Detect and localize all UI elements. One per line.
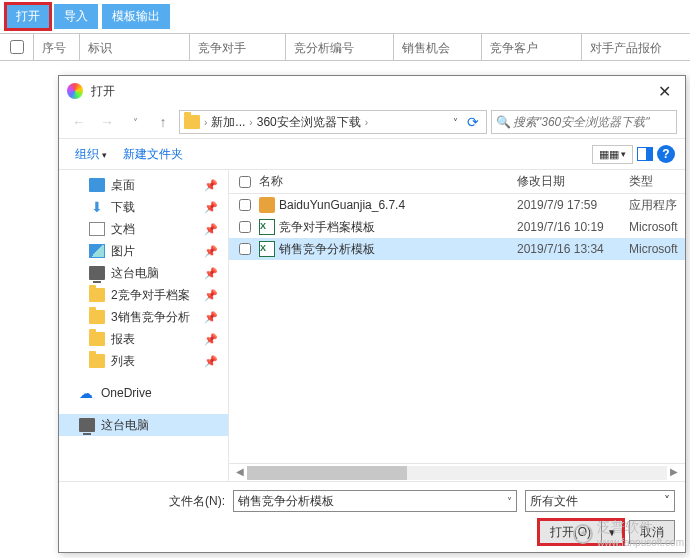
template-output-button[interactable]: 模板输出 <box>102 4 170 29</box>
file-name: 销售竞争分析模板 <box>279 241 375 258</box>
watermark-url: www.fanpusoft.com <box>597 537 684 548</box>
up-icon[interactable]: ↑ <box>151 110 175 134</box>
view-menu[interactable]: ▦▦▾ <box>592 145 633 164</box>
chevron-down-icon[interactable]: ˅ <box>664 494 670 508</box>
scroll-left-icon[interactable]: ◀ <box>233 466 247 480</box>
select-all-checkbox[interactable] <box>10 40 24 54</box>
folder-icon <box>89 310 105 324</box>
sidebar-item-desktop[interactable]: 桌面📌 <box>59 174 228 196</box>
sidebar-item-documents[interactable]: 文档📌 <box>59 218 228 240</box>
sidebar-item-thispc[interactable]: 这台电脑📌 <box>59 262 228 284</box>
sidebar-item-label: 3销售竞争分析 <box>111 309 190 326</box>
horizontal-scrollbar[interactable]: ◀ ▶ <box>229 463 685 481</box>
file-row[interactable]: 竞争对手档案模板 2019/7/16 10:19 Microsoft <box>229 216 685 238</box>
recent-dropdown-icon[interactable]: ˅ <box>123 110 147 134</box>
dialog-title: 打开 <box>91 83 652 100</box>
file-type: Microsoft <box>629 220 685 234</box>
search-box[interactable]: 🔍 <box>491 110 677 134</box>
pin-icon: 📌 <box>204 289 218 302</box>
file-checkbox[interactable] <box>239 199 251 211</box>
select-all-files-checkbox[interactable] <box>239 176 251 188</box>
cloud-icon: ☁ <box>79 386 95 400</box>
sidebar-item-label: OneDrive <box>101 386 152 400</box>
file-date: 2019/7/16 13:34 <box>517 242 629 256</box>
crumb-2[interactable]: 360安全浏览器下载 <box>257 114 361 131</box>
chevron-down-icon[interactable]: ˅ <box>507 496 512 507</box>
sidebar-item-label: 图片 <box>111 243 135 260</box>
col-opportunity: 销售机会 <box>394 34 482 60</box>
col-name[interactable]: 名称 <box>259 173 517 190</box>
sidebar-item-label: 列表 <box>111 353 135 370</box>
sidebar-item-folder[interactable]: 3销售竞争分析📌 <box>59 306 228 328</box>
sidebar-item-label: 下载 <box>111 199 135 216</box>
col-index: 序号 <box>34 34 80 60</box>
import-button[interactable]: 导入 <box>54 4 98 29</box>
watermark-brand: 泛普软件 <box>597 519 653 535</box>
sidebar: 桌面📌 ⬇下载📌 文档📌 图片📌 这台电脑📌 2竞争对手档案📌 3销售竞争分析📌… <box>59 170 229 481</box>
excel-icon <box>259 241 275 257</box>
exe-icon <box>259 197 275 213</box>
pc-icon <box>89 266 105 280</box>
sidebar-item-thispc[interactable]: 这台电脑 <box>59 414 228 436</box>
help-icon[interactable]: ? <box>657 145 675 163</box>
col-date[interactable]: 修改日期 <box>517 173 629 190</box>
file-type: Microsoft <box>629 242 685 256</box>
sidebar-item-folder[interactable]: 列表📌 <box>59 350 228 372</box>
back-icon[interactable]: ← <box>67 110 91 134</box>
organize-menu[interactable]: 组织 <box>69 144 113 165</box>
refresh-icon[interactable]: ⟳ <box>464 110 482 134</box>
folder-icon <box>89 288 105 302</box>
file-checkbox[interactable] <box>239 221 251 233</box>
pc-icon <box>79 418 95 432</box>
file-list-header: 名称 修改日期 类型 <box>229 170 685 194</box>
pin-icon: 📌 <box>204 245 218 258</box>
watermark-logo-icon: ✦ <box>573 524 593 544</box>
sidebar-item-onedrive[interactable]: ☁OneDrive <box>59 382 228 404</box>
excel-icon <box>259 219 275 235</box>
forward-icon[interactable]: → <box>95 110 119 134</box>
file-row[interactable]: BaiduYunGuanjia_6.7.4 2019/7/9 17:59 应用程… <box>229 194 685 216</box>
file-name: 竞争对手档案模板 <box>279 219 375 236</box>
titlebar: 打开 ✕ <box>59 76 685 106</box>
file-row[interactable]: 销售竞争分析模板 2019/7/16 13:34 Microsoft <box>229 238 685 260</box>
download-icon: ⬇ <box>89 200 105 214</box>
filename-input[interactable]: 销售竞争分析模板˅ <box>233 490 517 512</box>
folder-icon <box>89 332 105 346</box>
sidebar-item-folder[interactable]: 报表📌 <box>59 328 228 350</box>
folder-icon <box>89 354 105 368</box>
sidebar-item-downloads[interactable]: ⬇下载📌 <box>59 196 228 218</box>
search-icon: 🔍 <box>496 115 511 129</box>
sidebar-item-label: 报表 <box>111 331 135 348</box>
document-icon <box>89 222 105 236</box>
scroll-thumb[interactable] <box>247 466 407 480</box>
sidebar-item-pictures[interactable]: 图片📌 <box>59 240 228 262</box>
sidebar-item-folder[interactable]: 2竞争对手档案📌 <box>59 284 228 306</box>
chevron-right-icon: › <box>249 117 252 128</box>
breadcrumb[interactable]: › 新加... › 360安全浏览器下载 › ˅ ⟳ <box>179 110 487 134</box>
new-folder-button[interactable]: 新建文件夹 <box>117 144 189 165</box>
chevron-right-icon: › <box>365 117 368 128</box>
pin-icon: 📌 <box>204 333 218 346</box>
path-dropdown-icon[interactable]: ˅ <box>451 117 460 128</box>
pin-icon: 📌 <box>204 355 218 368</box>
file-type: 应用程序 <box>629 197 685 214</box>
pin-icon: 📌 <box>204 179 218 192</box>
filename-label: 文件名(N): <box>169 493 225 510</box>
file-date: 2019/7/16 10:19 <box>517 220 629 234</box>
search-input[interactable] <box>513 115 672 129</box>
col-flag: 标识 <box>80 34 190 60</box>
col-customer: 竞争客户 <box>482 34 582 60</box>
watermark: ✦ 泛普软件 www.fanpusoft.com <box>573 519 684 548</box>
crumb-1[interactable]: 新加... <box>211 114 245 131</box>
preview-pane-icon[interactable] <box>637 147 653 161</box>
file-filter-dropdown[interactable]: 所有文件˅ <box>525 490 675 512</box>
close-icon[interactable]: ✕ <box>652 82 677 101</box>
scroll-right-icon[interactable]: ▶ <box>667 466 681 480</box>
open-button[interactable]: 打开 <box>6 4 50 29</box>
sidebar-item-label: 桌面 <box>111 177 135 194</box>
app-icon <box>67 83 83 99</box>
file-checkbox[interactable] <box>239 243 251 255</box>
col-type[interactable]: 类型 <box>629 173 685 190</box>
picture-icon <box>89 244 105 258</box>
file-name: BaiduYunGuanjia_6.7.4 <box>279 198 405 212</box>
